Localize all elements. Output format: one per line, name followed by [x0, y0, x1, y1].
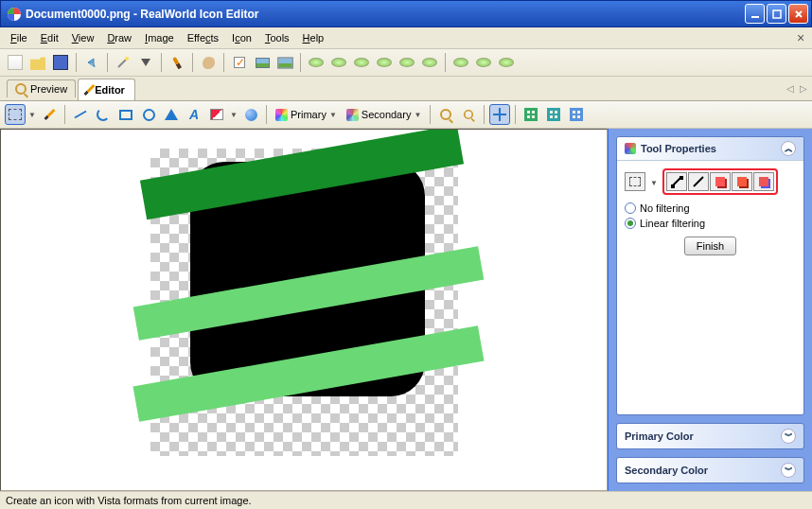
radio-icon: [625, 202, 636, 214]
secondary-combo[interactable]: Secondary ▼: [343, 109, 426, 121]
pencil-icon: [84, 84, 96, 96]
tab-bar: Preview Editor ◁ ▷: [0, 77, 812, 101]
copy-mode-2-button[interactable]: [732, 172, 752, 191]
panel-header[interactable]: Tool Properties ︽: [617, 137, 803, 161]
separator: [300, 53, 301, 72]
panel-body: ▼ No filtering Linear filtering: [617, 161, 803, 263]
minimize-button[interactable]: [745, 4, 765, 24]
tab-next-button[interactable]: ▷: [800, 83, 807, 94]
select-tool-dropdown[interactable]: ▼: [27, 104, 37, 125]
canvas-area[interactable]: [0, 129, 608, 491]
tab-editor[interactable]: Editor: [78, 79, 135, 100]
tab-prev-button[interactable]: ◁: [786, 83, 794, 94]
ellipse-9-button[interactable]: [496, 52, 517, 73]
grid-1-button[interactable]: [521, 104, 541, 125]
side-panel: Tool Properties ︽ ▼: [608, 129, 812, 491]
menu-draw[interactable]: Draw: [100, 30, 138, 45]
maximize-button[interactable]: [767, 4, 786, 24]
rect-tool-button[interactable]: [115, 104, 136, 125]
blob-button[interactable]: [198, 52, 219, 73]
expand-icon[interactable]: ︾: [781, 463, 796, 478]
wand-dropdown[interactable]: [135, 52, 156, 73]
close-button[interactable]: [788, 4, 808, 24]
ellipse-tool-button[interactable]: [138, 104, 159, 125]
primary-color-panel[interactable]: Primary Color ︾: [616, 423, 804, 449]
new-button[interactable]: [5, 52, 26, 73]
preview-zoom-button[interactable]: [274, 52, 295, 73]
tool-properties-panel: Tool Properties ︽ ▼: [616, 136, 804, 415]
ellipse-2-button[interactable]: [328, 52, 349, 73]
pencil-tool-button[interactable]: [39, 104, 60, 125]
swatch-icon: [346, 109, 359, 121]
ellipse-1-button[interactable]: [306, 52, 327, 73]
radio-label: Linear filtering: [640, 218, 705, 229]
select-tool-button[interactable]: [5, 104, 26, 125]
separator: [484, 105, 485, 124]
scale-linear-button[interactable]: [688, 172, 709, 191]
separator: [223, 53, 224, 72]
polygon-tool-button[interactable]: [161, 104, 182, 125]
fill-tool-dropdown[interactable]: ▼: [229, 104, 238, 125]
line-tool-button[interactable]: [70, 104, 91, 125]
separator: [430, 105, 431, 124]
text-tool-button[interactable]: A: [184, 104, 204, 125]
scale-nearest-button[interactable]: [666, 172, 687, 191]
color-tool-button[interactable]: [240, 104, 261, 125]
tab-label: Preview: [30, 83, 67, 95]
combo-label: Secondary: [362, 109, 412, 120]
zoom-in-button[interactable]: [435, 104, 456, 125]
finish-button[interactable]: Finish: [684, 237, 736, 255]
primary-combo[interactable]: Primary ▼: [272, 109, 341, 121]
no-filtering-radio[interactable]: No filtering: [625, 202, 796, 214]
expand-icon[interactable]: ︾: [781, 429, 796, 444]
grid-2-button[interactable]: [543, 104, 564, 125]
tab-preview[interactable]: Preview: [7, 79, 76, 97]
copy-mode-1-button[interactable]: [710, 172, 731, 191]
ellipse-3-button[interactable]: [351, 52, 372, 73]
separator: [161, 53, 162, 72]
checked-button[interactable]: [229, 52, 250, 73]
curve-tool-button[interactable]: [93, 104, 114, 125]
ellipse-6-button[interactable]: [419, 52, 440, 73]
move-button[interactable]: [489, 104, 510, 125]
wand-button[interactable]: [113, 52, 133, 73]
separator: [76, 53, 77, 72]
menu-help[interactable]: Help: [296, 30, 331, 45]
menu-icon[interactable]: Icon: [225, 30, 258, 45]
save-button[interactable]: [50, 52, 71, 73]
separator: [107, 53, 108, 72]
copy-mode-3-button[interactable]: [753, 172, 774, 191]
linear-filtering-radio[interactable]: Linear filtering: [625, 218, 796, 229]
highlighted-group: [662, 168, 778, 195]
separator: [445, 53, 446, 72]
svg-rect-2: [773, 10, 781, 18]
zoom-out-button[interactable]: [458, 104, 479, 125]
menu-edit[interactable]: Edit: [34, 30, 65, 45]
combo-label: Primary: [291, 109, 327, 120]
palette-icon: [625, 143, 636, 154]
menu-effects[interactable]: Effects: [181, 30, 225, 45]
ellipse-7-button[interactable]: [450, 52, 471, 73]
fill-tool-button[interactable]: [206, 104, 227, 125]
ellipse-4-button[interactable]: [374, 52, 395, 73]
drawing-toolbar: ▼ A ▼ Primary ▼ Secondary ▼: [0, 101, 812, 129]
collapse-icon[interactable]: ︽: [781, 141, 796, 156]
ellipse-8-button[interactable]: [473, 52, 494, 73]
undo-button[interactable]: [81, 52, 102, 73]
preview-image-button[interactable]: [252, 52, 273, 73]
menu-image[interactable]: Image: [138, 30, 181, 45]
status-text: Create an icon with Vista formats from c…: [6, 495, 252, 506]
selection-mode-button[interactable]: [625, 172, 645, 191]
statusbar: Create an icon with Vista formats from c…: [0, 491, 812, 509]
menu-view[interactable]: View: [65, 30, 101, 45]
selection-mode-dropdown[interactable]: ▼: [649, 176, 659, 187]
document-close-button[interactable]: ×: [793, 30, 808, 45]
menu-file[interactable]: File: [4, 30, 34, 45]
open-button[interactable]: [27, 52, 48, 73]
secondary-color-panel[interactable]: Secondary Color ︾: [616, 457, 804, 483]
brush-button[interactable]: [167, 52, 187, 73]
ellipse-5-button[interactable]: [397, 52, 417, 73]
grid-3-button[interactable]: [566, 104, 587, 125]
svg-rect-4: [671, 184, 675, 188]
menu-tools[interactable]: Tools: [258, 30, 296, 45]
